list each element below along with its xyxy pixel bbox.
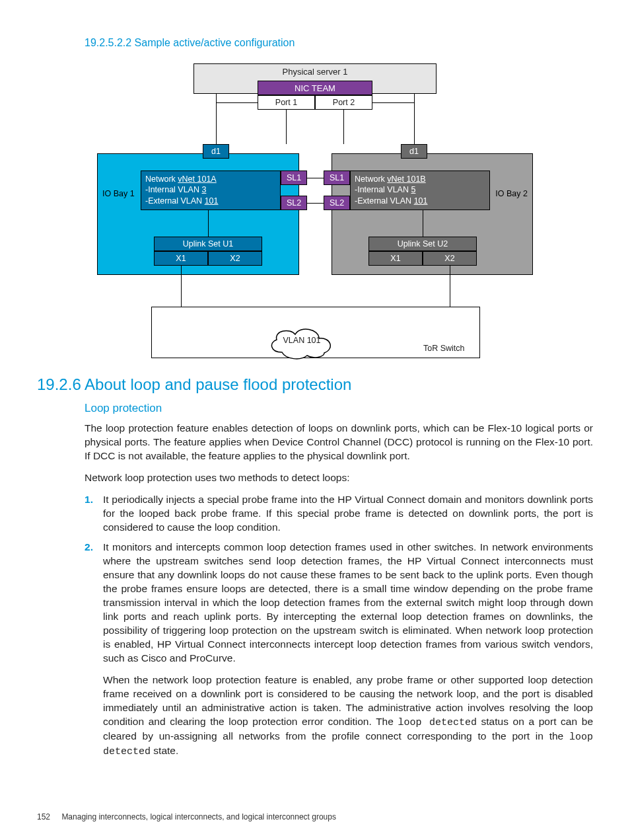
list-item-2b-para: When the network loop protection feature… bbox=[103, 673, 593, 759]
x1-a-box: X1 bbox=[154, 251, 208, 266]
network-a-title: Network bbox=[145, 174, 178, 184]
d1-right-box: d1 bbox=[401, 144, 427, 159]
line-port1-v2 bbox=[286, 110, 287, 144]
network-b-internal-u: 5 bbox=[411, 185, 415, 194]
vlan-cloud-label: VLAN 101 bbox=[262, 336, 341, 345]
port2-box: Port 2 bbox=[315, 95, 372, 110]
io-bay2-label: IO Bay 2 bbox=[495, 189, 528, 198]
uplink-u2-box: Uplink Set U2 bbox=[368, 237, 477, 251]
sl1-a-box: SL1 bbox=[281, 171, 307, 185]
network-a-external-row: -External VLAN 101 bbox=[145, 196, 276, 206]
sl2-b-box: SL2 bbox=[324, 196, 350, 210]
subheading-loop-protection: Loop protection bbox=[85, 402, 593, 415]
uplink-u1-box: Uplink Set U1 bbox=[154, 237, 262, 251]
network-a-title-row: Network vNet 101A bbox=[145, 174, 276, 184]
network-a-internal: -Internal VLAN bbox=[145, 185, 201, 194]
section-heading-19-2-6: 19.2.6 About loop and pause flood protec… bbox=[37, 375, 593, 394]
network-b-name: vNet 101B bbox=[387, 174, 425, 184]
line-netB-uplink bbox=[423, 210, 423, 237]
section-heading-19-2-5-2-2: 19.2.5.2.2 Sample active/active configur… bbox=[85, 37, 593, 49]
io-bay1-label: IO Bay 1 bbox=[102, 189, 135, 198]
line-sl2 bbox=[307, 203, 324, 204]
line-port1-h bbox=[216, 102, 258, 103]
paragraph-2: Network loop protection uses two methods… bbox=[85, 471, 593, 485]
line-port2-h bbox=[372, 102, 414, 103]
network-a-internal-u: 3 bbox=[201, 185, 206, 194]
line-port1-d1 bbox=[216, 93, 217, 144]
tor-switch-label: ToR Switch bbox=[423, 344, 465, 353]
sl2-a-box: SL2 bbox=[281, 196, 307, 210]
network-b-title-row: Network vNet 101B bbox=[355, 174, 485, 184]
x2-b-box: X2 bbox=[423, 251, 477, 266]
network-a-internal-row: -Internal VLAN 3 bbox=[145, 184, 276, 195]
sl1-b-box: SL1 bbox=[324, 171, 350, 185]
network-a-external: -External VLAN bbox=[145, 196, 205, 206]
network-b-box: Network vNet 101B -Internal VLAN 5 -Exte… bbox=[350, 171, 490, 210]
x1-b-box: X1 bbox=[368, 251, 423, 266]
vlan-cloud: VLAN 101 bbox=[262, 326, 341, 358]
network-b-external: -External VLAN bbox=[355, 196, 414, 206]
network-b-title: Network bbox=[355, 174, 387, 184]
page-number: 152 bbox=[37, 812, 50, 821]
list-item-2b-post: state. bbox=[151, 745, 178, 756]
list-item-2a-text: It monitors and intercepts common loop d… bbox=[103, 541, 593, 663]
list-item-1: It periodically injects a special probe … bbox=[85, 493, 593, 535]
footer-chapter: Managing interconnects, logical intercon… bbox=[61, 812, 336, 821]
network-b-external-u: 101 bbox=[414, 196, 428, 206]
list-item-2: It monitors and intercepts common loop d… bbox=[85, 541, 593, 759]
line-x1a-tor bbox=[181, 266, 182, 307]
d1-left-box: d1 bbox=[203, 144, 229, 159]
x2-a-box: X2 bbox=[208, 251, 262, 266]
line-x2b-tor bbox=[450, 266, 450, 307]
loop-methods-list: It periodically injects a special probe … bbox=[85, 493, 593, 759]
network-b-internal: -Internal VLAN bbox=[355, 185, 411, 194]
code-loop-detected-1: loop detected bbox=[398, 717, 477, 728]
line-netA-uplink bbox=[208, 210, 209, 237]
nic-team-box: NIC TEAM bbox=[258, 81, 372, 95]
page-footer: 152 Managing interconnects, logical inte… bbox=[37, 812, 336, 821]
network-b-external-row: -External VLAN 101 bbox=[355, 196, 485, 206]
network-a-external-u: 101 bbox=[205, 196, 219, 206]
network-b-internal-row: -Internal VLAN 5 bbox=[355, 184, 485, 195]
line-port2-d1 bbox=[414, 93, 415, 144]
line-port2-v2 bbox=[343, 110, 344, 144]
active-active-diagram: Physical server 1 NIC TEAM Port 1 Port 2… bbox=[97, 63, 533, 357]
network-a-box: Network vNet 101A -Internal VLAN 3 -Exte… bbox=[141, 171, 281, 210]
list-item-1-text: It periodically injects a special probe … bbox=[103, 494, 593, 533]
line-sl1 bbox=[307, 178, 324, 178]
physical-server-label: Physical server 1 bbox=[194, 64, 436, 77]
paragraph-1: The loop protection feature enables dete… bbox=[85, 422, 593, 463]
port1-box: Port 1 bbox=[258, 95, 315, 110]
network-a-name: vNet 101A bbox=[178, 174, 216, 184]
